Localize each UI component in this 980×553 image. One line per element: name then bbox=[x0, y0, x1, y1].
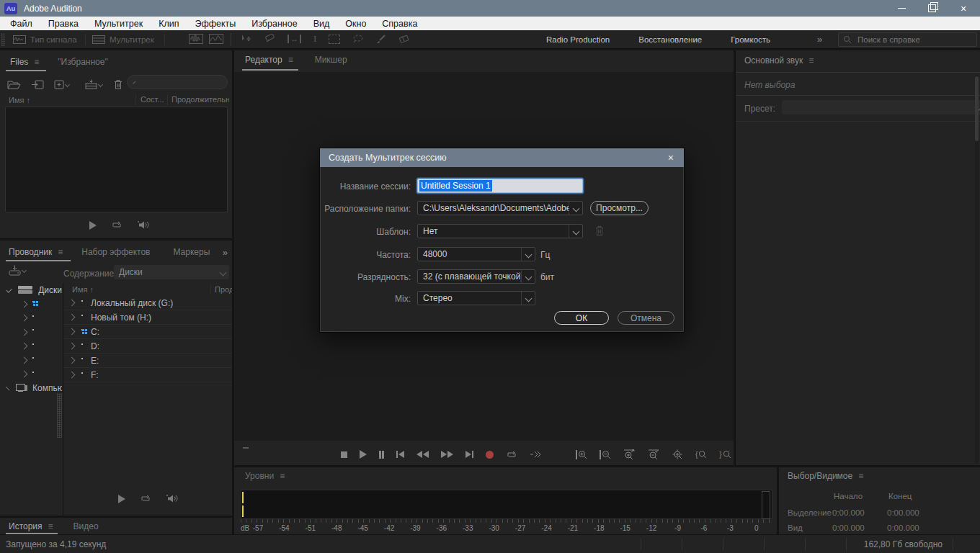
selection-start-value[interactable]: 0:00.000 bbox=[832, 508, 887, 517]
ok-button[interactable]: ОК bbox=[554, 311, 609, 325]
tree-root-row[interactable]: Диски bbox=[0, 283, 62, 297]
chevron-collapsed-icon[interactable] bbox=[21, 356, 28, 364]
content-dropdown[interactable]: Диски bbox=[114, 265, 229, 279]
zoom-out-icon[interactable] bbox=[600, 450, 611, 459]
delete-icon[interactable] bbox=[114, 79, 122, 89]
zoom-in-full-icon[interactable] bbox=[623, 449, 636, 459]
loop-playback-icon[interactable] bbox=[140, 494, 151, 503]
list-col-duration[interactable]: Продолжительность bbox=[210, 285, 232, 294]
brush-tool-icon[interactable] bbox=[376, 35, 386, 44]
tab-history[interactable]: История bbox=[9, 521, 43, 531]
zoom-to-in-point-icon[interactable]: { bbox=[695, 450, 707, 459]
preview-play-button[interactable] bbox=[89, 221, 97, 230]
chevron-collapsed-icon[interactable] bbox=[21, 315, 28, 322]
menu-item[interactable]: Файл bbox=[2, 19, 40, 29]
browse-button[interactable]: Просмотр... bbox=[590, 201, 649, 215]
ibeam-tool-icon[interactable]: I bbox=[313, 33, 316, 45]
auto-play-speaker-icon[interactable] bbox=[166, 494, 179, 503]
spectral-display-icon[interactable] bbox=[209, 34, 223, 44]
record-button[interactable] bbox=[486, 451, 494, 459]
selection-end-value[interactable]: 0:00.000 bbox=[887, 508, 919, 517]
panel-menu-icon[interactable]: ≡ bbox=[808, 55, 814, 66]
template-dropdown[interactable]: Нет bbox=[417, 224, 583, 238]
chevron-collapsed-icon[interactable] bbox=[21, 371, 28, 378]
chevron-collapsed-icon[interactable] bbox=[68, 357, 76, 364]
scrollbar-thumb[interactable] bbox=[975, 76, 979, 141]
delete-template-icon[interactable] bbox=[595, 225, 604, 236]
open-file-icon[interactable] bbox=[7, 80, 21, 89]
menu-item[interactable]: Мультитрек bbox=[86, 19, 151, 29]
minimize-button[interactable] bbox=[886, 0, 917, 17]
skip-to-start-button[interactable] bbox=[396, 451, 404, 458]
workspace-tab[interactable]: Восстановление bbox=[638, 35, 702, 44]
zoom-to-out-point-icon[interactable]: } bbox=[719, 450, 731, 459]
panel-menu-icon[interactable]: ≡ bbox=[58, 247, 63, 257]
tree-drive-row[interactable] bbox=[0, 325, 62, 340]
panel-menu-icon[interactable]: ≡ bbox=[34, 57, 39, 67]
skip-to-end-button[interactable] bbox=[466, 451, 473, 458]
mix-dropdown[interactable]: Стерео bbox=[417, 291, 535, 305]
panel-menu-icon[interactable]: ≡ bbox=[288, 55, 293, 65]
insert-into-multitrack-button[interactable] bbox=[85, 79, 102, 89]
chevron-collapsed-icon[interactable] bbox=[68, 328, 76, 336]
menu-item[interactable]: Правка bbox=[40, 19, 86, 29]
session-name-input[interactable]: Untitled Session 1 bbox=[417, 179, 583, 193]
workspace-tab[interactable]: Radio Production bbox=[546, 35, 610, 44]
drive-list-item[interactable]: Новый том (H:) bbox=[63, 310, 232, 325]
fast-forward-button[interactable] bbox=[441, 451, 453, 458]
chevron-collapsed-icon[interactable] bbox=[68, 314, 76, 321]
help-search-box[interactable] bbox=[838, 32, 977, 47]
tab-essential-sound[interactable]: Основной звук bbox=[744, 55, 803, 66]
menu-item[interactable]: Эффекты bbox=[187, 19, 244, 29]
rewind-button[interactable] bbox=[416, 451, 429, 458]
cancel-button[interactable]: Отмена bbox=[618, 311, 674, 325]
chevron-expanded-icon[interactable] bbox=[6, 287, 12, 293]
zoom-in-icon[interactable] bbox=[576, 450, 587, 459]
files-col-duration[interactable]: Продолжительность bbox=[172, 95, 229, 104]
media-import-button[interactable] bbox=[9, 265, 26, 276]
waveform-display-icon[interactable] bbox=[189, 34, 203, 44]
tab-mixer[interactable]: Микшер bbox=[315, 55, 347, 65]
panel-menu-icon[interactable]: ≡ bbox=[858, 471, 863, 481]
column-divider[interactable] bbox=[135, 94, 136, 105]
files-col-state[interactable]: Сост... bbox=[141, 95, 164, 104]
selection-start-value[interactable]: 0:00.000 bbox=[832, 523, 887, 532]
auto-play-speaker-icon[interactable] bbox=[137, 220, 150, 230]
list-col-name[interactable]: Имя ↑ bbox=[72, 285, 94, 294]
skip-selection-icon[interactable] bbox=[530, 450, 541, 459]
dialog-title-bar[interactable]: Создать Мультитрек сессию × bbox=[320, 148, 684, 167]
menu-item[interactable]: Окно bbox=[337, 19, 374, 29]
chevron-collapsed-icon[interactable] bbox=[21, 300, 28, 307]
lasso-tool-icon[interactable] bbox=[352, 35, 364, 43]
menu-item[interactable]: Вид bbox=[306, 19, 338, 29]
tree-drive-row[interactable] bbox=[0, 339, 62, 354]
workspace-tab[interactable]: Громкость bbox=[731, 35, 770, 44]
loop-playback-icon[interactable] bbox=[506, 450, 517, 459]
tab-effects-rack[interactable]: Набор эффектов bbox=[81, 247, 150, 257]
eraser-tool-icon[interactable] bbox=[398, 35, 409, 44]
marquee-tool-icon[interactable] bbox=[329, 35, 340, 44]
import-file-icon[interactable] bbox=[31, 80, 44, 89]
new-file-button[interactable] bbox=[54, 80, 69, 89]
multitrack-view-button[interactable]: Мультитрек bbox=[92, 32, 154, 47]
pane-resize-grip[interactable] bbox=[57, 393, 62, 438]
close-button[interactable]: × bbox=[947, 0, 980, 17]
panel-menu-icon[interactable]: ≡ bbox=[48, 521, 53, 531]
restore-button[interactable] bbox=[917, 0, 947, 17]
pause-button[interactable] bbox=[379, 451, 384, 459]
zoom-out-full-icon[interactable] bbox=[648, 449, 660, 459]
tab-levels[interactable]: Уровни bbox=[245, 471, 274, 481]
panel-overflow-button[interactable]: » bbox=[223, 247, 226, 258]
level-meter[interactable] bbox=[241, 490, 772, 519]
files-filter-box[interactable] bbox=[127, 75, 228, 89]
stop-button[interactable] bbox=[341, 451, 347, 458]
panel-menu-icon[interactable]: ≡ bbox=[280, 471, 285, 481]
drive-list-item[interactable]: E: bbox=[63, 354, 232, 368]
files-col-name[interactable]: Имя ↑ bbox=[9, 96, 30, 104]
tab-selection-view[interactable]: Выбор/Видимое bbox=[788, 471, 852, 481]
waveform-view-button[interactable]: Тип сигнала bbox=[13, 32, 77, 47]
files-list-empty[interactable] bbox=[5, 107, 228, 212]
tab-media-browser[interactable]: Проводник bbox=[9, 247, 52, 257]
tab-video[interactable]: Видео bbox=[74, 521, 99, 531]
tree-drive-row[interactable] bbox=[0, 297, 62, 312]
